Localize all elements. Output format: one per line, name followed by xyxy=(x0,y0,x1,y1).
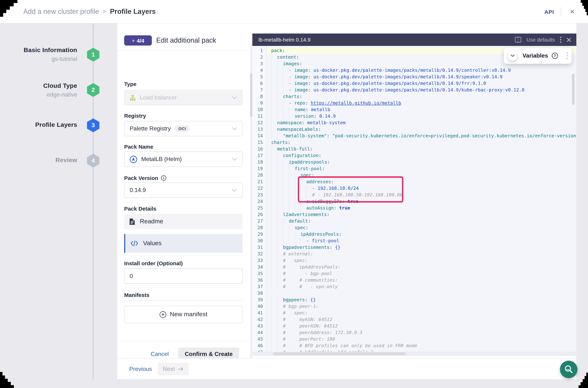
code-line-34[interactable]: # ipAddressPools: xyxy=(267,264,576,270)
chevron-down-icon xyxy=(232,189,237,192)
code-line-30[interactable]: - first-pool xyxy=(267,238,576,244)
next-button[interactable]: Next xyxy=(158,363,189,375)
compare-split-icon[interactable] xyxy=(515,37,521,43)
stepper-step-basic-information[interactable]: Basic Information gs-tutorial xyxy=(0,47,77,62)
code-line-11[interactable]: version: 0.14.9 xyxy=(267,113,576,120)
code-line-29[interactable]: ipAddressPools: xyxy=(267,231,576,238)
stepper-step-cloud-type[interactable]: Cloud Type edge-native xyxy=(0,82,77,98)
code-line-7[interactable]: - image: us-docker.pkg.dev/palette-image… xyxy=(267,87,576,93)
line-number: 1 xyxy=(252,47,266,54)
svg-text:?: ? xyxy=(554,53,556,58)
horizontal-scrollbar-thumb[interactable] xyxy=(273,352,406,355)
form-scrollbar[interactable] xyxy=(250,46,252,366)
line-number: 34 xyxy=(252,264,266,270)
code-line-26[interactable]: l2advertisements: xyxy=(267,211,576,218)
step-number: 4 xyxy=(91,157,95,164)
stepper-step-review[interactable]: Review xyxy=(0,157,77,164)
code-line-22[interactable]: - 192.168.10.0/24 xyxy=(267,185,576,192)
code-line-13[interactable]: namespaceLabels: xyxy=(267,126,576,133)
code-line-43[interactable]: # peerASN: 64512 xyxy=(267,323,576,329)
breadcrumb-current: Profile Layers xyxy=(110,8,156,16)
line-number: 32 xyxy=(252,251,266,257)
use-defaults-button[interactable]: Use defaults xyxy=(526,37,555,43)
code-line-8[interactable]: charts: xyxy=(267,93,576,100)
code-lines[interactable]: pack:content:images:- image: us-docker.p… xyxy=(267,46,576,356)
code-line-20[interactable]: spec: xyxy=(267,172,576,178)
code-line-12[interactable]: namespace: metallb-system xyxy=(267,120,576,126)
code-line-24[interactable]: avoidBuggyIPs: true xyxy=(267,198,576,205)
code-line-36[interactable]: # # communities: xyxy=(267,277,576,283)
code-line-31[interactable]: bgpadvertisements: {} xyxy=(267,244,576,251)
type-select[interactable]: Load balancer xyxy=(124,90,243,105)
line-number: 45 xyxy=(252,336,266,342)
code-line-6[interactable]: - image: us-docker.pkg.dev/palette-image… xyxy=(267,80,576,87)
line-number: 11 xyxy=(252,113,266,120)
code-area[interactable]: 1234567891011121314151617181920212223242… xyxy=(252,46,576,356)
code-line-35[interactable]: # - bgp-pool xyxy=(267,270,576,277)
code-line-33[interactable]: # spec: xyxy=(267,257,576,264)
step-title: Basic Information xyxy=(0,47,77,54)
previous-button[interactable]: Previous xyxy=(129,365,152,372)
code-line-45[interactable]: # peerPort: 180 xyxy=(267,336,576,342)
cancel-button[interactable]: Cancel xyxy=(151,351,169,357)
pack-name-select[interactable]: MetalLB (Helm) xyxy=(124,151,243,167)
code-line-17[interactable]: configuration: xyxy=(267,152,576,159)
line-number: 3 xyxy=(252,60,266,67)
chevron-down-icon xyxy=(232,158,237,161)
editor-header: lb-metallb-helm 0.14.9 Use defaults xyxy=(252,33,576,46)
code-line-38[interactable] xyxy=(267,290,576,296)
help-icon[interactable]: ? xyxy=(552,52,558,59)
edit-pack-form: +4/4 Edit additional pack Type Load bala… xyxy=(117,23,250,379)
code-line-9[interactable]: - repo: https://metallb.github.io/metall… xyxy=(267,100,576,106)
code-line-5[interactable]: - image: us-docker.pkg.dev/palette-image… xyxy=(267,73,576,80)
editor-close-icon[interactable] xyxy=(566,37,571,42)
code-line-25[interactable]: autoAssign: true xyxy=(267,205,576,211)
code-line-21[interactable]: addresses: xyxy=(267,178,576,185)
variables-collapse-button[interactable] xyxy=(508,51,517,61)
code-line-18[interactable]: ipaddresspools: xyxy=(267,159,576,165)
code-line-46[interactable]: # # BFD profiles can only be used in FRR… xyxy=(267,342,576,349)
code-line-37[interactable]: # # - vpn-only xyxy=(267,283,576,290)
form-scrollbar-thumb[interactable] xyxy=(250,73,252,117)
step-badge-1[interactable]: 1 xyxy=(87,48,99,62)
pack-version-select[interactable]: 0.14.9 xyxy=(124,183,243,198)
code-line-10[interactable]: name: metallb xyxy=(267,106,576,113)
code-line-4[interactable]: - image: us-docker.pkg.dev/palette-image… xyxy=(267,67,576,73)
step-badge-4[interactable]: 4 xyxy=(87,154,99,168)
step-badge-2[interactable]: 2 xyxy=(87,83,99,97)
stepper-step-profile-layers[interactable]: Profile Layers xyxy=(0,121,77,129)
code-line-28[interactable]: spec: xyxy=(267,224,576,231)
registry-select[interactable]: Palette Registry OCI xyxy=(124,121,243,136)
kebab-menu-icon[interactable] xyxy=(560,36,562,43)
code-line-41[interactable]: # spec: xyxy=(267,310,576,316)
code-line-40[interactable]: # bgp-peer-1: xyxy=(267,303,576,310)
breadcrumb-separator: > xyxy=(103,8,106,15)
close-icon[interactable]: ✕ xyxy=(568,7,577,16)
variables-panel: Variables ? xyxy=(504,48,572,64)
code-line-14[interactable]: "metallb-system": "pod-security.kubernet… xyxy=(267,133,576,139)
code-line-42[interactable]: # myASN: 64512 xyxy=(267,316,576,323)
code-line-44[interactable]: # peerAddress: 172.30.0.3 xyxy=(267,329,576,336)
code-line-19[interactable]: first-pool: xyxy=(267,165,576,172)
breadcrumb-parent[interactable]: Add a new cluster profile xyxy=(23,8,99,16)
code-line-39[interactable]: bgppeers: {} xyxy=(267,296,576,303)
code-line-23[interactable]: # - 192.168.100.50-192.168.100.60 xyxy=(267,192,576,198)
code-line-16[interactable]: metallb-full: xyxy=(267,146,576,152)
new-manifest-button[interactable]: New manifest xyxy=(124,306,243,323)
load-balancer-icon xyxy=(130,95,136,101)
install-order-input[interactable]: 0 xyxy=(124,268,243,284)
search-fab-button[interactable] xyxy=(560,361,577,378)
readme-label: Readme xyxy=(140,218,163,225)
readme-tab[interactable]: Readme xyxy=(124,214,243,229)
step-badge-3[interactable]: 3 xyxy=(87,118,99,132)
vertical-scrollbar-thumb[interactable] xyxy=(572,73,575,105)
code-line-15[interactable]: charts: xyxy=(267,139,576,146)
code-line-27[interactable]: default: xyxy=(267,218,576,224)
variables-kebab-icon[interactable] xyxy=(566,52,568,59)
code-line-32[interactable]: # external: xyxy=(267,251,576,257)
info-icon[interactable] xyxy=(161,175,167,181)
top-bar: Add a new cluster profile > Profile Laye… xyxy=(0,0,588,23)
values-tab[interactable]: Values xyxy=(124,234,243,253)
yaml-editor: lb-metallb-helm 0.14.9 Use defaults 1234… xyxy=(252,33,576,357)
api-link[interactable]: API xyxy=(544,9,554,15)
